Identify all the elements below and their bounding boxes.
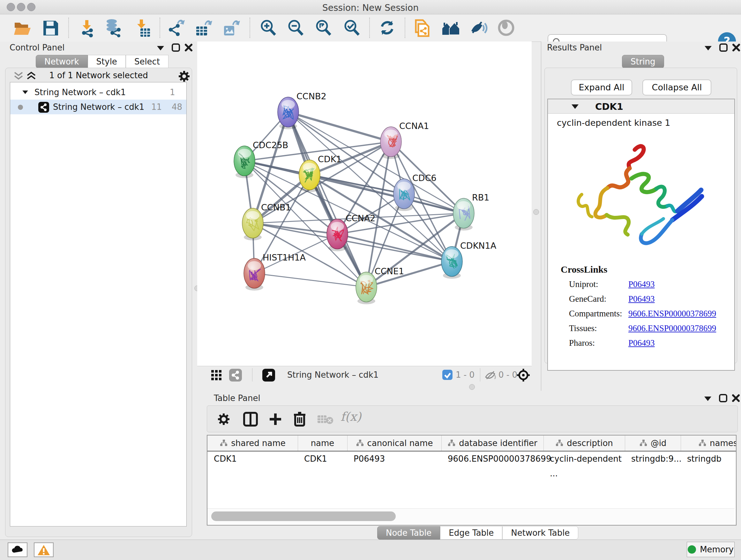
zoom-in-icon[interactable] xyxy=(259,18,278,37)
table-cell[interactable]: stringdb xyxy=(681,451,737,466)
add-column-icon[interactable] xyxy=(268,412,283,427)
network-node-HIST1H1A[interactable]: HIST1H1A xyxy=(244,253,306,291)
column-header-@id[interactable]: @id xyxy=(625,435,681,451)
table-cell[interactable]: P06493 xyxy=(347,451,441,466)
node-label: CCNB2 xyxy=(296,91,327,101)
panel-undock-icon[interactable] xyxy=(171,43,181,52)
crosslink-link[interactable]: 9606.ENSP00000378699 xyxy=(628,309,716,319)
zoom-out-icon[interactable] xyxy=(286,18,305,37)
open-file-icon[interactable] xyxy=(13,18,32,37)
refresh-icon[interactable] xyxy=(378,18,397,37)
crosslink-link[interactable]: P06493 xyxy=(628,279,655,289)
column-header-shared-name[interactable]: shared name xyxy=(207,435,298,451)
zoom-selected-icon[interactable] xyxy=(342,18,361,37)
tab-select[interactable]: Select xyxy=(126,55,169,68)
table-hscrollbar-thumb[interactable] xyxy=(211,511,396,521)
tab-network[interactable]: Network xyxy=(36,55,88,68)
collapse-all-button[interactable]: Collapse All xyxy=(643,79,711,96)
network-collection-row[interactable]: String Network – cdk1 1 xyxy=(10,85,186,100)
column-header-label: name xyxy=(311,438,334,448)
show-glass-ball-icon[interactable] xyxy=(496,18,516,37)
panel-undock-icon[interactable] xyxy=(718,393,728,403)
delete-table-icon[interactable] xyxy=(317,414,333,425)
tab-edge-table[interactable]: Edge Table xyxy=(440,526,502,540)
network-list: String Network – cdk1 1 String Network –… xyxy=(10,82,187,526)
network-share-icon[interactable] xyxy=(229,369,242,381)
horizontal-splitter-grip[interactable] xyxy=(469,384,475,390)
column-header-name[interactable]: name xyxy=(298,435,347,451)
crosslink-link[interactable]: P06493 xyxy=(628,338,655,348)
crosslinks-list: Uniprot:P06493GeneCard:P06493Compartment… xyxy=(569,277,729,350)
column-header-canonical-name[interactable]: canonical name xyxy=(347,435,442,451)
network-node-RB1[interactable]: RB1 xyxy=(453,192,489,231)
node-detail-header[interactable]: CDK1 xyxy=(548,99,734,114)
crosslink-link[interactable]: 9606.ENSP00000378699 xyxy=(628,323,716,333)
collection-expand-icon[interactable] xyxy=(22,90,28,94)
import-table-icon[interactable] xyxy=(133,18,152,37)
string-home-icon[interactable] xyxy=(441,18,460,37)
panel-float-icon[interactable] xyxy=(704,396,711,401)
tab-node-table[interactable]: Node Table xyxy=(377,526,440,540)
network-node-CCNA1[interactable]: CCNA1 xyxy=(381,121,429,159)
table-options-gear-icon[interactable] xyxy=(217,412,231,426)
table-hscrollbar[interactable] xyxy=(207,508,735,524)
show-columns-icon[interactable] xyxy=(243,412,258,427)
table-cell[interactable]: cyclin-dependent ... xyxy=(543,451,625,466)
panel-close-icon[interactable] xyxy=(731,43,741,52)
birds-eye-grid-icon[interactable] xyxy=(211,369,222,381)
hide-enhanced-labels-icon[interactable] xyxy=(469,18,488,37)
network-edge[interactable] xyxy=(254,273,366,287)
panel-undock-icon[interactable] xyxy=(719,43,728,52)
tab-network-table[interactable]: Network Table xyxy=(502,526,578,540)
table-cell[interactable]: stringdb:9... xyxy=(625,451,681,466)
panel-float-icon[interactable] xyxy=(157,46,164,51)
panel-float-icon[interactable] xyxy=(704,46,712,51)
fit-selected-crosshair-icon[interactable] xyxy=(516,368,530,382)
save-session-icon[interactable] xyxy=(41,18,60,37)
open-in-window-icon[interactable] xyxy=(262,369,275,381)
expand-all-button[interactable]: Expand All xyxy=(571,79,632,96)
crosslink-link[interactable]: P06493 xyxy=(628,294,655,304)
window-title: Session: New Session xyxy=(0,3,741,13)
warnings-button[interactable] xyxy=(34,543,54,557)
network-canvas[interactable]: CCNB2CCNA1CDC25BCDK1CDC6RB1CCNB1CCNA2CDK… xyxy=(197,42,532,366)
tab-string[interactable]: String xyxy=(622,55,664,68)
status-bar: Memory xyxy=(0,540,741,560)
delete-column-icon[interactable] xyxy=(292,411,307,427)
node-label: HIST1H1A xyxy=(263,253,306,262)
panel-close-icon[interactable] xyxy=(731,393,741,403)
network-node-CDKN1A[interactable]: CDKN1A xyxy=(441,241,496,279)
selected-checkbox-icon[interactable] xyxy=(442,370,453,380)
function-builder-icon[interactable]: f(x) xyxy=(340,410,361,424)
export-image-icon[interactable] xyxy=(221,18,241,37)
zoom-fit-icon[interactable] xyxy=(314,18,333,37)
right-splitter-grip[interactable] xyxy=(533,209,539,215)
collapse-entry-icon[interactable] xyxy=(571,105,579,109)
node-label: CCNE1 xyxy=(375,266,404,276)
network-node-CCNB2[interactable]: CCNB2 xyxy=(278,91,327,129)
column-header-description[interactable]: description xyxy=(543,435,625,451)
tab-style[interactable]: Style xyxy=(88,55,126,68)
crosslink-label: Compartments: xyxy=(569,309,628,319)
column-header-namespac[interactable]: namespac xyxy=(681,435,737,451)
column-header-database-identifier[interactable]: database identifier xyxy=(441,435,544,451)
string-protein-query-icon[interactable] xyxy=(413,18,432,37)
table-tabs: Node TableEdge TableNetwork Table xyxy=(377,526,578,540)
table-cell[interactable]: CDK1 xyxy=(298,451,347,466)
panel-close-icon[interactable] xyxy=(184,43,193,52)
selected-counts: 1 - 0 xyxy=(456,370,475,380)
cloud-status-button[interactable] xyxy=(8,543,27,557)
table-cell[interactable]: 9606.ENSP00000378699 xyxy=(441,451,543,466)
import-network-icon[interactable] xyxy=(77,18,96,37)
table-cell[interactable]: CDK1 xyxy=(207,451,298,466)
network-edge[interactable] xyxy=(288,112,391,142)
network-edge[interactable] xyxy=(310,175,464,213)
network-node-CCNE1[interactable]: CCNE1 xyxy=(356,266,404,304)
export-network-icon[interactable] xyxy=(166,18,185,37)
network-options-gear-icon[interactable] xyxy=(178,70,191,83)
network-row[interactable]: String Network – cdk1 11 48 xyxy=(10,100,186,114)
import-network-from-database-icon[interactable] xyxy=(104,18,123,37)
export-table-icon[interactable] xyxy=(194,18,213,37)
memory-button[interactable]: Memory xyxy=(687,542,735,557)
memory-status-dot xyxy=(688,545,696,554)
